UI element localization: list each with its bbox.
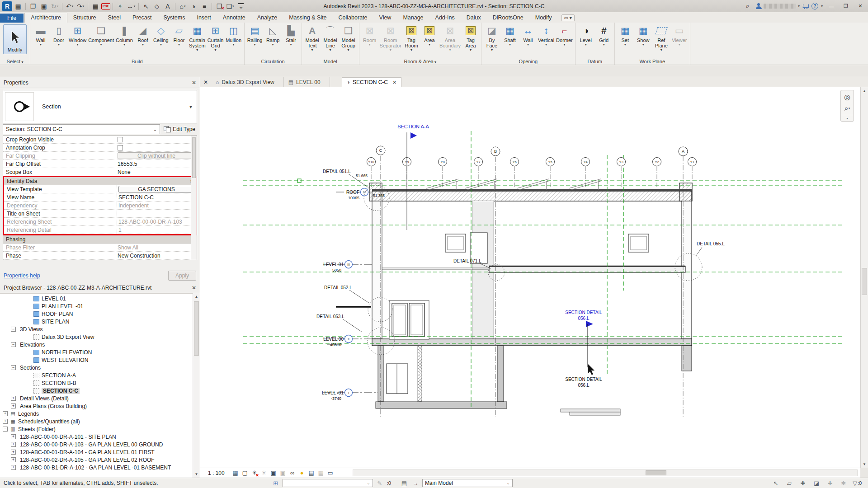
type-combo[interactable]: Section: SECTION C-C ⌄ — [3, 124, 160, 134]
sun-path-icon[interactable]: ☀ — [250, 469, 259, 477]
show-crop-region-icon[interactable]: ▣ — [279, 469, 287, 477]
print-icon[interactable]: ▦ — [90, 1, 100, 11]
tree-item[interactable]: + 128-ABC-00-01-DR-A-104 - GA PLAN LEVEL… — [0, 448, 193, 456]
qat-separator[interactable] — [210, 1, 213, 11]
scale-button[interactable]: 1 : 100 — [204, 469, 229, 477]
phasing-group-header[interactable]: Phasing « — [3, 235, 197, 244]
wall-button[interactable]: ▬ Wall — [32, 23, 50, 47]
type-selector[interactable]: Section ▼ — [3, 90, 197, 123]
stair-button[interactable]: ▙ Stair — [282, 23, 300, 47]
door-button[interactable]: ▯ Door — [50, 23, 68, 47]
sync-with-central-icon[interactable]: ↻ — [50, 1, 60, 11]
help-icon[interactable]: ? — [811, 3, 818, 9]
view-tab-dalux-3d[interactable]: ⌂ Dalux 3D Export View — [211, 77, 284, 87]
floor-button[interactable]: ▱ Floor — [170, 23, 188, 47]
properties-close-icon[interactable]: ✕ — [192, 80, 196, 86]
shadows-icon[interactable]: ☀ — [260, 469, 268, 477]
qat-separator[interactable] — [111, 1, 114, 11]
tree-item[interactable]: + Schedules/Quantities (all) — [0, 418, 193, 425]
tree-toggle[interactable]: + — [11, 465, 16, 470]
tree-item[interactable]: SECTION B-B — [0, 379, 193, 387]
ribbon-tab[interactable]: File — [0, 14, 24, 23]
ribbon-display-toggle[interactable]: ▭ ▾ — [561, 14, 575, 21]
model-line-button[interactable]: ⌒ ModelLine — [321, 23, 340, 52]
filter-icon[interactable]: ▽:0 — [853, 479, 862, 487]
tree-toggle[interactable]: + — [11, 434, 16, 439]
measure-icon[interactable]: ⌖ — [115, 1, 125, 11]
railing-button[interactable]: ▤ Railing — [246, 23, 264, 47]
select-by-face-toggle[interactable]: ◪ — [812, 479, 821, 487]
worksharing-display-icon[interactable]: ▦ — [317, 469, 325, 477]
ribbon-tab[interactable]: DiRootsOne — [487, 13, 529, 23]
export-pdf-icon[interactable]: PDF — [101, 3, 110, 9]
property-row[interactable]: Scope Box None — [3, 168, 197, 176]
tree-item[interactable]: + Area Plans (Gross Building) — [0, 402, 193, 410]
file-properties-icon[interactable]: ▤ — [13, 1, 23, 11]
ribbon-tab[interactable]: Steel — [102, 13, 127, 23]
tree-toggle[interactable]: − — [11, 327, 16, 332]
tree-item[interactable]: + 128-ABC-00-00-DR-A-101 - SITE PLAN — [0, 433, 193, 441]
detail-level-icon[interactable]: ▦ — [231, 469, 240, 477]
ribbon-tab[interactable]: Structure — [67, 13, 102, 23]
tree-item[interactable]: − Sheets (Folder) — [0, 425, 193, 433]
type-selector-dropdown-icon[interactable]: ▼ — [189, 104, 193, 109]
worksets-combo[interactable]: ⌄ — [283, 479, 373, 487]
ribbon-tab[interactable]: Collaborate — [333, 13, 373, 23]
component-button[interactable]: ❏ Component — [87, 23, 115, 47]
tree-toggle[interactable]: + — [11, 450, 16, 455]
active-only-icon[interactable]: → — [411, 479, 420, 487]
tag-room-button[interactable]: ⊠ TagRoom — [402, 23, 420, 52]
qat-separator[interactable] — [174, 1, 177, 11]
tree-toggle[interactable]: + — [11, 442, 16, 447]
temporary-hide-isolate-icon[interactable]: ∞ — [288, 469, 297, 477]
tree-item[interactable]: + Detail Views (Detail) — [0, 394, 193, 402]
browser-scrollbar[interactable]: ▲ ▼ — [193, 293, 200, 478]
identity-data-group-header[interactable]: Identity Data « — [4, 177, 196, 185]
set-work-plane-button[interactable]: ▦ Set — [616, 23, 634, 47]
property-row[interactable]: Title on Sheet — [4, 210, 196, 218]
editable-only-icon[interactable]: ✎ — [375, 479, 384, 487]
close-view-icon[interactable]: ✕ — [200, 77, 211, 87]
property-row[interactable]: Phase Filter Show All — [3, 244, 197, 252]
vertical-opening-button[interactable]: ↕ Vertical — [537, 23, 555, 47]
tree-toggle[interactable]: + — [3, 411, 8, 416]
tree-item[interactable]: SITE PLAN — [0, 318, 193, 325]
app-store-cart-icon[interactable] — [802, 4, 809, 9]
customize-qat-icon[interactable]: ⌄ — [236, 1, 246, 11]
tree-toggle[interactable]: + — [11, 396, 16, 401]
qat-separator[interactable] — [24, 1, 27, 11]
tab-close-icon[interactable]: ✕ — [392, 80, 396, 85]
undo-icon[interactable]: ↶ — [65, 1, 75, 11]
roof-button[interactable]: ◢ Roof — [134, 23, 152, 47]
drawing-area[interactable]: C B A Y10 Y9 Y8 Y7 Y6 Y5 Y4 Y3 Y2 Y1 SEC… — [200, 87, 860, 468]
view-tab-level-00[interactable]: ▤ LEVEL 00 — [284, 77, 330, 87]
property-row[interactable]: Far Clip Offset 16553.5 — [3, 160, 197, 168]
ref-plane-button[interactable]: RefPlane — [652, 23, 670, 52]
tree-item[interactable]: ROOF PLAN — [0, 310, 193, 318]
tree-toggle[interactable]: + — [11, 457, 16, 462]
ribbon-tab[interactable]: Systems — [157, 13, 191, 23]
property-row[interactable]: Referencing Sheet 128-ABC-00-00-DR-A-103 — [4, 218, 196, 226]
tree-item[interactable]: − Sections — [0, 364, 193, 371]
qat-separator[interactable] — [61, 1, 64, 11]
minimize-button[interactable]: — — [826, 2, 837, 11]
ribbon-tab[interactable]: Dalux — [461, 13, 487, 23]
qat-separator[interactable] — [86, 1, 90, 11]
constraints-icon[interactable]: ▭ — [326, 469, 335, 477]
canvas-horizontal-scrollbar[interactable] — [353, 469, 858, 476]
panel-label[interactable]: Room & Area — [359, 59, 481, 64]
ribbon-tab[interactable]: Modify — [529, 13, 558, 23]
tag-by-category-icon[interactable]: ◇ — [152, 1, 162, 11]
tree-item[interactable]: + 128-ABC-00-02-DR-A-105 - GA PLAN LEVEL… — [0, 456, 193, 464]
text-icon[interactable]: A — [163, 1, 173, 11]
wall-opening-button[interactable]: ↔ Wall — [519, 23, 537, 47]
property-row[interactable]: View Template GA SECTIONS — [4, 185, 196, 193]
tree-toggle[interactable]: + — [3, 419, 8, 424]
properties-help-link[interactable]: Properties help — [4, 272, 40, 279]
show-work-plane-button[interactable]: ▦ Show — [634, 23, 652, 47]
viewer-button[interactable]: ▭ Viewer — [670, 23, 689, 47]
room-separator-button[interactable]: ⊠ RoomSeparator — [379, 23, 402, 52]
ceiling-button[interactable]: ◇ Ceiling — [152, 23, 170, 47]
close-inactive-windows-icon[interactable]: ❒ — [214, 1, 224, 11]
edit-type-button[interactable]: Edit Type — [162, 124, 197, 134]
